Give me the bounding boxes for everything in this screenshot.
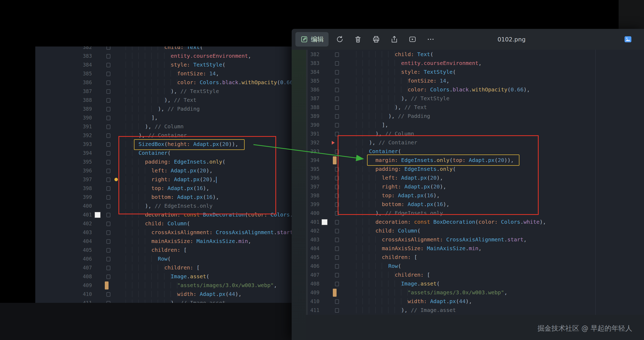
fold-icon[interactable] [106,133,110,138]
code-line: 401 decoration: const BoxDecoration(colo… [306,218,644,226]
fold-icon[interactable] [106,169,110,173]
fold-icon[interactable] [106,248,110,253]
more-icon [427,35,435,43]
code-line[interactable]: 408 Image.asset( [35,272,292,281]
fold-icon[interactable] [106,222,110,226]
gutter-swatch-tan [333,156,337,164]
fold-icon[interactable] [106,301,110,303]
yellow-highlight-margin [367,154,519,166]
fold-icon[interactable] [106,275,110,279]
code-line: 403 crossAxisAlignment: CrossAxisAlignme… [306,235,644,244]
line-number: 406 [306,262,319,271]
fold-icon[interactable] [106,63,110,67]
code-text: ), // Text [126,96,196,105]
code-line[interactable]: 385 fontSize: 14, [35,69,292,78]
line-number: 405 [35,246,92,254]
code-line[interactable]: 410 width: Adapt.px(44), [35,290,292,299]
delete-button[interactable] [351,32,365,46]
fold-icon [335,114,339,119]
fold-icon[interactable] [106,257,110,261]
code-line: 402 child: Column( [306,226,644,235]
code-text: ), // Column [126,122,184,131]
fold-icon[interactable] [106,186,110,191]
line-number: 404 [35,237,92,246]
line-number: 386 [306,85,319,94]
fold-icon[interactable] [106,47,110,50]
viewer-toolbar: 编辑 [292,29,644,50]
image-thumbnail-button[interactable] [621,32,635,46]
code-line[interactable]: 384 style: TextStyle( [35,60,292,69]
code-line[interactable]: 382 child: Text( [35,47,292,52]
line-number: 388 [306,103,319,112]
code-line[interactable]: 402 child: Column( [35,219,292,228]
code-line[interactable]: 406 Row( [35,254,292,263]
fold-icon[interactable] [106,266,110,270]
image-icon [623,35,633,44]
code-line[interactable]: 383 entity.courseEnvironment, [35,52,292,60]
fold-icon [335,61,339,66]
fold-icon[interactable] [106,116,110,120]
code-text: child: Column( [356,226,421,235]
gutter-swatch-tan[interactable] [105,281,109,289]
line-number: 395 [35,157,92,166]
line-number: 392 [306,138,319,147]
code-line[interactable]: 411 ), // Image.asset [35,299,292,303]
fold-icon[interactable] [106,125,110,129]
fold-icon[interactable] [106,107,110,111]
print-button[interactable] [369,32,383,46]
code-line[interactable]: 390 ], [35,113,292,122]
code-line[interactable]: 386 color: Colors.black.withOpacity(0.66… [35,78,292,87]
fold-icon[interactable] [106,142,110,147]
fold-icon[interactable] [106,160,110,164]
intention-bulb-icon[interactable] [114,178,118,181]
fold-icon [335,79,339,83]
code-line[interactable]: 404 mainAxisSize: MainAxisSize.min, [35,237,292,246]
code-text: ], [126,113,158,122]
code-text: entity.courseEnvironment, [356,59,482,68]
rotate-button[interactable] [333,32,347,46]
fold-icon[interactable] [106,80,110,85]
code-text: crossAxisAlignment: CrossAxisAlignment.s… [126,228,292,237]
code-line: 405 children: [ [306,253,644,262]
fold-icon[interactable] [106,195,110,200]
code-line[interactable]: 403 crossAxisAlignment: CrossAxisAlignme… [35,228,292,237]
more-button[interactable] [424,32,438,46]
line-number: 391 [35,122,92,131]
fold-icon[interactable] [106,98,110,103]
share-button[interactable] [387,32,401,46]
code-text: width: Adapt.px(44), [356,297,472,306]
fold-icon [335,123,339,128]
code-line[interactable]: 391 ), // Column [35,122,292,131]
code-text: Image.asset( [356,279,440,288]
code-line[interactable]: 389 ), // Padding [35,105,292,113]
code-text: "assets/images/3.0x/w003.webp", [126,281,277,290]
edit-button[interactable]: 编辑 [295,32,329,47]
background-area [0,303,292,340]
color-swatch-white[interactable] [95,212,101,218]
code-text: crossAxisAlignment: CrossAxisAlignment.s… [356,235,527,244]
gutter-swatch-tan [333,289,337,297]
fold-icon[interactable] [106,151,110,156]
fold-icon [335,105,339,110]
code-line: 382 child: Text( [306,50,644,59]
code-line[interactable]: 405 children: [ [35,246,292,254]
code-text: color: Colors.black.withOpacity(0.66), [126,78,292,87]
fold-icon[interactable] [106,292,110,297]
fold-icon[interactable] [106,239,110,244]
fold-icon[interactable] [106,177,110,182]
code-line[interactable]: 387 ), // TextStyle [35,87,292,96]
fold-icon[interactable] [106,230,110,235]
line-number: 408 [306,279,319,288]
fold-icon[interactable] [106,72,110,76]
fold-icon[interactable] [106,204,110,208]
line-number: 408 [35,272,92,281]
line-number: 403 [35,228,92,237]
code-line[interactable]: 388 ), // Text [35,96,292,105]
video-button[interactable] [406,32,419,46]
code-line[interactable]: 407 children: [ [35,263,292,272]
fold-icon[interactable] [106,213,110,217]
fold-icon[interactable] [106,54,110,59]
fold-icon[interactable] [106,89,110,94]
line-number: 409 [35,281,92,290]
code-line[interactable]: 409 "assets/images/3.0x/w003.webp", [35,281,292,290]
